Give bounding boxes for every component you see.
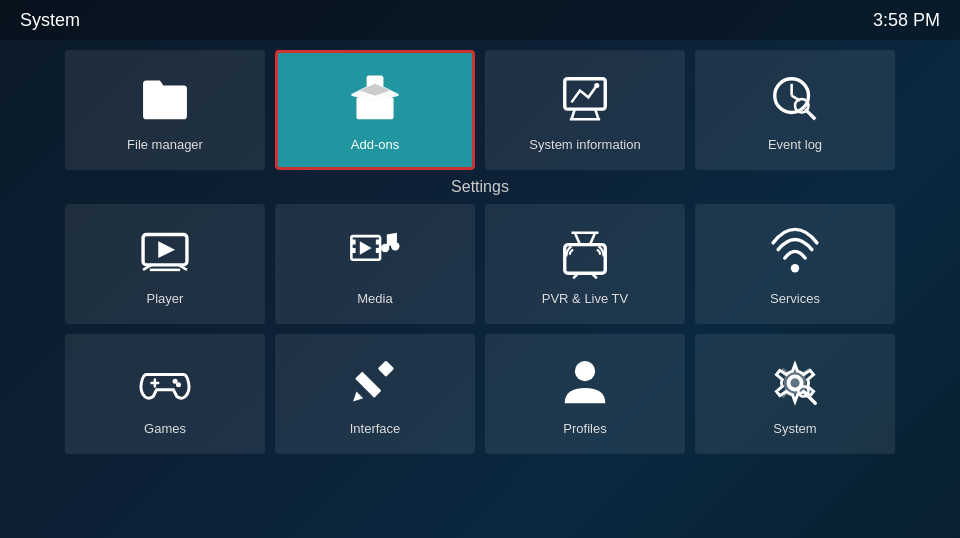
grid-row-2: Games Interface [30, 334, 930, 454]
tile-system-information[interactable]: System information [485, 50, 685, 170]
svg-rect-22 [351, 239, 355, 244]
pvr-live-tv-icon [555, 223, 615, 283]
svg-line-33 [590, 232, 595, 244]
svg-rect-24 [376, 239, 380, 244]
settings-section-label: Settings [30, 178, 930, 196]
tile-media[interactable]: Media [275, 204, 475, 324]
svg-rect-25 [376, 247, 380, 252]
svg-point-10 [594, 82, 599, 87]
svg-point-27 [381, 243, 389, 251]
main-content: File manager Add-ons [0, 40, 960, 474]
tile-event-log-label: Event log [768, 137, 822, 152]
tile-services-label: Services [770, 291, 820, 306]
tile-add-ons[interactable]: Add-ons [275, 50, 475, 170]
grid-row-1: Player Media [30, 204, 930, 324]
svg-marker-26 [360, 241, 372, 255]
tile-pvr-live-tv[interactable]: PVR & Live TV [485, 204, 685, 324]
tile-system-information-label: System information [529, 137, 640, 152]
tile-event-log[interactable]: Event log [695, 50, 895, 170]
tile-system-label: System [773, 421, 816, 436]
svg-marker-20 [158, 241, 175, 258]
svg-rect-29 [565, 244, 606, 273]
tile-pvr-live-tv-label: PVR & Live TV [542, 291, 628, 306]
tile-games[interactable]: Games [65, 334, 265, 454]
interface-icon [345, 353, 405, 413]
svg-rect-42 [355, 371, 381, 397]
header: System 3:58 PM [0, 0, 960, 40]
svg-rect-23 [351, 247, 355, 252]
tile-profiles[interactable]: Profiles [485, 334, 685, 454]
system-information-icon [555, 69, 615, 129]
top-row: File manager Add-ons [30, 50, 930, 170]
file-manager-icon [135, 69, 195, 129]
tile-add-ons-label: Add-ons [351, 137, 399, 152]
svg-point-35 [791, 263, 799, 271]
svg-point-43 [575, 361, 595, 381]
games-icon [135, 353, 195, 413]
clock: 3:58 PM [873, 10, 940, 31]
svg-line-32 [575, 232, 580, 244]
svg-point-28 [391, 242, 399, 250]
tile-system[interactable]: System [695, 334, 895, 454]
tile-profiles-label: Profiles [563, 421, 606, 436]
tile-services[interactable]: Services [695, 204, 895, 324]
system-icon [765, 353, 825, 413]
player-icon [135, 223, 195, 283]
event-log-icon [765, 69, 825, 129]
tile-player-label: Player [147, 291, 184, 306]
services-icon [765, 223, 825, 283]
tile-file-manager[interactable]: File manager [65, 50, 265, 170]
tile-player[interactable]: Player [65, 204, 265, 324]
add-ons-icon [345, 69, 405, 129]
media-icon [345, 223, 405, 283]
tile-interface-label: Interface [350, 421, 401, 436]
svg-point-39 [176, 382, 181, 387]
profiles-icon [555, 353, 615, 413]
tile-media-label: Media [357, 291, 392, 306]
svg-rect-40 [378, 360, 395, 377]
tile-games-label: Games [144, 421, 186, 436]
svg-marker-41 [353, 391, 363, 401]
tile-file-manager-label: File manager [127, 137, 203, 152]
app-title: System [20, 10, 80, 31]
tile-interface[interactable]: Interface [275, 334, 475, 454]
